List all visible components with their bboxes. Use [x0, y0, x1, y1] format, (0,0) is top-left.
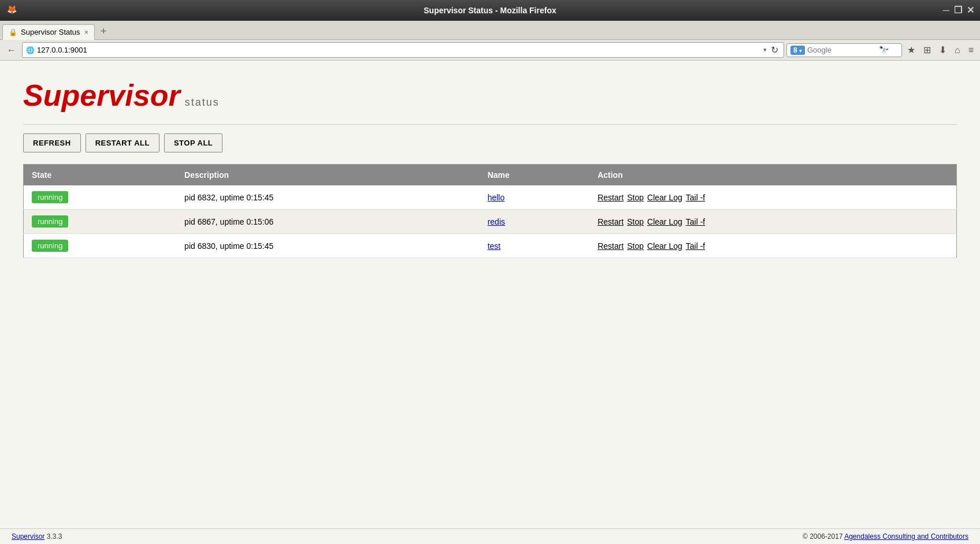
state-cell: running [24, 185, 177, 210]
header-divider [23, 124, 957, 125]
url-input[interactable] [37, 46, 761, 54]
process-name-link[interactable]: hello [488, 193, 505, 202]
firefox-icon: 🦊 [6, 5, 17, 16]
col-description: Description [176, 165, 480, 186]
action-link-stop[interactable]: Stop [627, 193, 644, 202]
window-title: Supervisor Status - Mozilla Firefox [3, 6, 977, 15]
action-link-tail--f[interactable]: Tail -f [686, 193, 705, 202]
restart-all-button[interactable]: RESTART ALL [86, 133, 159, 152]
state-cell: running [24, 210, 177, 234]
state-badge: running [32, 191, 68, 203]
table-header-row: State Description Name Action [24, 165, 957, 186]
action-link-restart[interactable]: Restart [597, 217, 623, 226]
table-row: runningpid 6830, uptime 0:15:45testResta… [24, 234, 957, 258]
supervisor-header: Supervisor status [23, 78, 957, 113]
active-tab[interactable]: 🔒 Supervisor Status × [2, 24, 95, 40]
page-content: Supervisor status REFRESH RESTART ALL ST… [0, 61, 980, 407]
title-bar: 🦊 Supervisor Status - Mozilla Firefox ─ … [0, 0, 980, 21]
state-cell: running [24, 234, 177, 258]
home-icon[interactable]: ⌂ [952, 43, 963, 57]
name-cell: test [480, 234, 589, 258]
action-link-tail--f[interactable]: Tail -f [686, 217, 705, 226]
restore-button[interactable]: ❐ [954, 6, 962, 15]
process-table: State Description Name Action runningpid… [23, 164, 957, 258]
minimize-button[interactable]: ─ [943, 6, 949, 15]
stop-all-button[interactable]: STOP ALL [164, 133, 222, 152]
name-cell: hello [480, 185, 589, 210]
supervisor-title: Supervisor status [23, 78, 957, 113]
action-cell: RestartStopClear LogTail -f [589, 234, 956, 258]
description-cell: pid 6830, uptime 0:15:45 [176, 234, 480, 258]
tab-favicon: 🔒 [9, 28, 17, 36]
downloads-icon[interactable]: ⬇ [936, 43, 949, 57]
col-name: Name [480, 165, 589, 186]
tab-bar: 🔒 Supervisor Status × + [0, 21, 980, 40]
menu-icon[interactable]: ≡ [966, 43, 977, 57]
supervisor-title-main: Supervisor [23, 78, 180, 113]
action-link-restart[interactable]: Restart [597, 193, 623, 202]
refresh-button[interactable]: REFRESH [23, 133, 81, 152]
address-bar: 🌐 ▾ ↻ [22, 42, 784, 58]
col-state: State [24, 165, 177, 186]
action-link-clear-log[interactable]: Clear Log [647, 193, 682, 202]
action-link-restart[interactable]: Restart [597, 241, 623, 251]
action-link-tail--f[interactable]: Tail -f [686, 241, 705, 251]
action-buttons: REFRESH RESTART ALL STOP ALL [23, 133, 957, 152]
close-button[interactable]: ✕ [967, 6, 974, 15]
action-cell: RestartStopClear LogTail -f [589, 210, 956, 234]
table-row: runningpid 6867, uptime 0:15:06redisRest… [24, 210, 957, 234]
dropdown-icon[interactable]: ▾ [763, 46, 767, 54]
state-badge: running [32, 215, 68, 228]
window-controls: ─ ❐ ✕ [943, 6, 974, 15]
nav-bar: ← 🌐 ▾ ↻ 8 ▾ 🔭 ★ ⊞ ⬇ ⌂ ≡ [0, 40, 980, 61]
action-cell: RestartStopClear LogTail -f [589, 185, 956, 210]
reload-button[interactable]: ↻ [769, 44, 780, 55]
process-name-link[interactable]: test [488, 241, 501, 251]
search-engine-button[interactable]: 8 ▾ [790, 46, 805, 55]
new-tab-button[interactable]: + [95, 23, 113, 39]
back-button[interactable]: ← [3, 43, 20, 58]
search-bar: 8 ▾ 🔭 [786, 43, 902, 57]
search-input[interactable] [807, 46, 877, 54]
action-link-stop[interactable]: Stop [627, 217, 644, 226]
search-binoculars-icon[interactable]: 🔭 [879, 46, 889, 55]
state-badge: running [32, 240, 68, 252]
nav-icons: ★ ⊞ ⬇ ⌂ ≡ [904, 43, 977, 57]
supervisor-title-sub: status [185, 96, 220, 109]
globe-icon: 🌐 [26, 46, 35, 54]
description-cell: pid 6867, uptime 0:15:06 [176, 210, 480, 234]
table-row: runningpid 6832, uptime 0:15:45helloRest… [24, 185, 957, 210]
action-link-clear-log[interactable]: Clear Log [647, 217, 682, 226]
bookmarks-list-icon[interactable]: ⊞ [920, 43, 934, 57]
bookmark-icon[interactable]: ★ [904, 43, 918, 57]
name-cell: redis [480, 210, 589, 234]
tab-close-button[interactable]: × [84, 28, 88, 36]
description-cell: pid 6832, uptime 0:15:45 [176, 185, 480, 210]
process-name-link[interactable]: redis [488, 217, 505, 226]
col-action: Action [589, 165, 956, 186]
action-link-stop[interactable]: Stop [627, 241, 644, 251]
action-link-clear-log[interactable]: Clear Log [647, 241, 682, 251]
tab-label: Supervisor Status [21, 28, 80, 36]
